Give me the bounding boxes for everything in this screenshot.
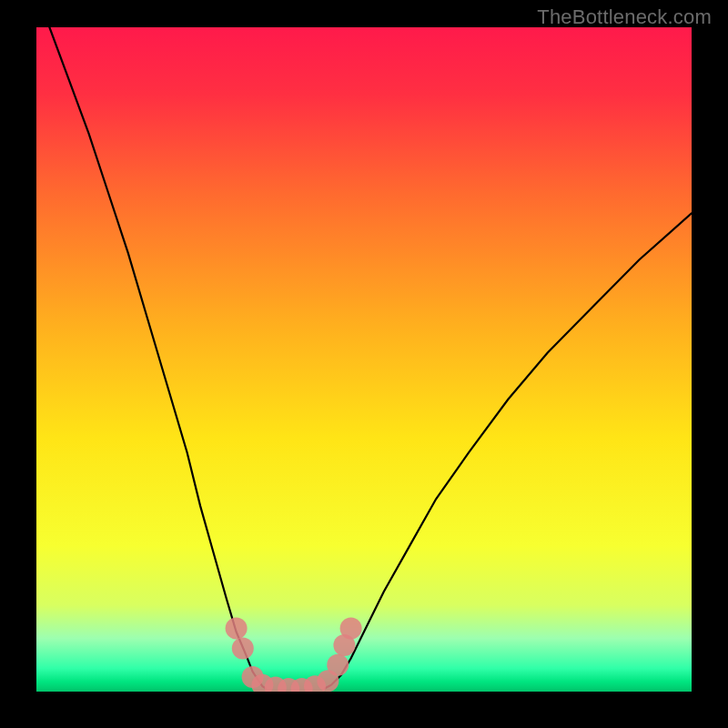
- chart-frame: TheBottleneck.com: [0, 0, 728, 728]
- marker-dot: [232, 638, 254, 660]
- curves-layer: [36, 27, 692, 692]
- curve-right-curve: [325, 213, 692, 688]
- marker-dot: [226, 618, 248, 640]
- marker-dot: [327, 654, 349, 676]
- watermark-text: TheBottleneck.com: [537, 5, 712, 29]
- curve-left-curve: [49, 27, 266, 688]
- marker-dot: [340, 618, 362, 640]
- plot-area: [36, 27, 692, 692]
